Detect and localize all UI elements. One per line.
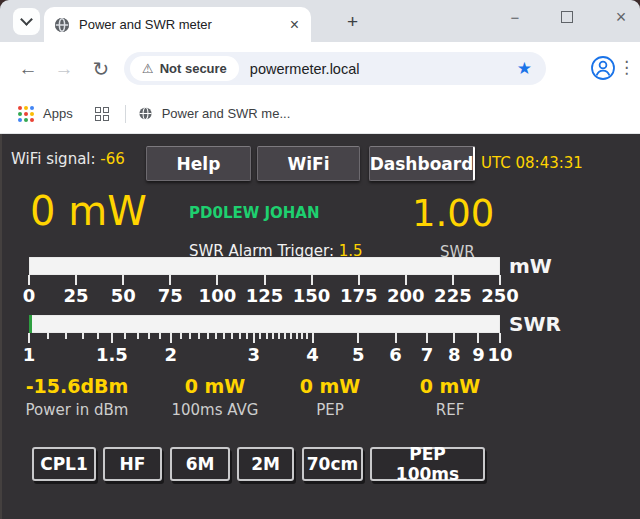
tick-label: 50 (111, 285, 136, 306)
bookmark-star-icon[interactable]: ★ (517, 58, 532, 79)
major-tick (312, 333, 314, 343)
tick-label: 25 (64, 285, 89, 306)
maximize-button[interactable] (547, 0, 587, 34)
wifi-signal: WiFi signal: -66 (11, 150, 125, 168)
power-readout: 0 mW (30, 188, 147, 234)
major-tick (169, 275, 171, 285)
close-window-button[interactable]: × (601, 0, 640, 34)
profile-button[interactable] (590, 55, 616, 81)
tick-label: 5 (352, 344, 365, 365)
reload-icon: ↻ (93, 57, 110, 81)
more-icon: ⋮ (618, 58, 635, 77)
globe-icon (54, 17, 70, 33)
tick-label: 250 (481, 285, 519, 306)
bookmarks-bar: Apps Power and SWR me... (0, 94, 640, 134)
major-tick (499, 275, 501, 285)
url-text[interactable]: powermeter.local (250, 61, 517, 77)
new-tab-button[interactable]: + (341, 9, 364, 35)
cpl1-button[interactable]: CPL1 (32, 447, 96, 481)
back-icon: ← (19, 58, 38, 80)
reading-list-icon[interactable] (95, 107, 109, 121)
swr-meter-scale: 11.52345678910 (29, 344, 500, 366)
dashboard-button[interactable]: Dashboard (369, 146, 475, 181)
bookmark-item[interactable]: Power and SWR me... (162, 106, 291, 121)
major-tick (405, 275, 407, 285)
major-tick (216, 275, 218, 285)
major-tick (311, 275, 313, 285)
tick-label: 10 (487, 344, 512, 365)
minor-tick (239, 333, 241, 339)
tab-close-icon[interactable]: × (288, 17, 301, 33)
power-meter-unit: mW (509, 254, 552, 278)
close-icon: × (616, 7, 627, 28)
minor-tick (290, 333, 292, 339)
stat-value: 0 mW (375, 375, 525, 397)
tick-label: 1 (23, 344, 36, 365)
menu-button[interactable]: ⋮ (618, 57, 635, 79)
tick-label: 125 (246, 285, 284, 306)
bookmark-globe-icon (138, 106, 153, 121)
major-tick (111, 333, 113, 343)
page-content: WiFi signal: -66 Help WiFi Dashboard UTC… (0, 134, 640, 519)
minor-tick (266, 333, 268, 339)
major-tick (426, 333, 428, 343)
apps-shortcut[interactable]: Apps (43, 106, 73, 121)
tick-label: 200 (387, 285, 425, 306)
apps-grid-icon[interactable] (18, 106, 34, 122)
tick-label: 4 (306, 344, 319, 365)
major-tick (477, 333, 479, 343)
major-tick (358, 275, 360, 285)
power-meter-scale: 0255075100125150175200225250 (29, 285, 500, 307)
active-tab[interactable]: Power and SWR meter × (44, 7, 311, 42)
back-button[interactable]: ← (15, 56, 41, 82)
2m-button[interactable]: 2M (237, 447, 294, 481)
tick-label: 150 (293, 285, 331, 306)
swr-meter-unit: SWR (509, 312, 561, 336)
chevron-down-icon (20, 13, 33, 26)
major-tick (253, 333, 255, 343)
tab-title: Power and SWR meter (79, 17, 288, 32)
minor-tick (284, 333, 286, 339)
forward-button[interactable]: → (51, 56, 77, 82)
major-tick (395, 333, 397, 343)
major-tick (75, 275, 77, 285)
security-chip[interactable]: ⚠ Not secure (130, 56, 239, 81)
tick-label: 225 (434, 285, 472, 306)
reload-button[interactable]: ↻ (88, 56, 114, 82)
minor-tick (159, 333, 161, 339)
minor-tick (231, 333, 233, 339)
stat-ref: 0 mW REF (375, 375, 525, 419)
address-bar[interactable]: ⚠ Not secure powermeter.local ★ (124, 52, 546, 85)
major-tick (264, 275, 266, 285)
pep-100ms-button[interactable]: PEP 100ms (370, 447, 485, 481)
minor-tick (47, 333, 49, 339)
minimize-button[interactable]: − (495, 0, 535, 34)
browser-toolbar: ← → ↻ ⚠ Not secure powermeter.local ★ ⋮ (0, 42, 640, 94)
tick-label: 75 (158, 285, 183, 306)
minor-tick (82, 333, 84, 339)
swr-meter-fill (29, 315, 32, 333)
tick-label: 2 (165, 344, 178, 365)
hf-button[interactable]: HF (103, 447, 162, 481)
6m-button[interactable]: 6M (170, 447, 230, 481)
titlebar: Power and SWR meter × + − × (0, 0, 640, 42)
minor-tick (301, 333, 303, 339)
tick-label: 100 (199, 285, 237, 306)
forward-icon: → (55, 58, 74, 80)
70cm-button[interactable]: 70cm (302, 447, 363, 481)
minor-tick (296, 333, 298, 339)
minimize-icon: − (511, 9, 520, 26)
swr-meter-ticks (29, 333, 500, 343)
major-tick (357, 333, 359, 343)
tab-search-button[interactable] (13, 8, 40, 35)
stat-label: REF (375, 401, 525, 419)
minor-tick (246, 333, 248, 339)
security-label: Not secure (160, 61, 227, 76)
help-button[interactable]: Help (146, 146, 251, 181)
power-meter-ticks (29, 275, 500, 285)
stat-label: Power in dBm (2, 401, 152, 419)
major-tick (170, 333, 172, 343)
minor-tick (306, 333, 308, 339)
minor-tick (259, 333, 261, 339)
wifi-button[interactable]: WiFi (257, 146, 360, 181)
